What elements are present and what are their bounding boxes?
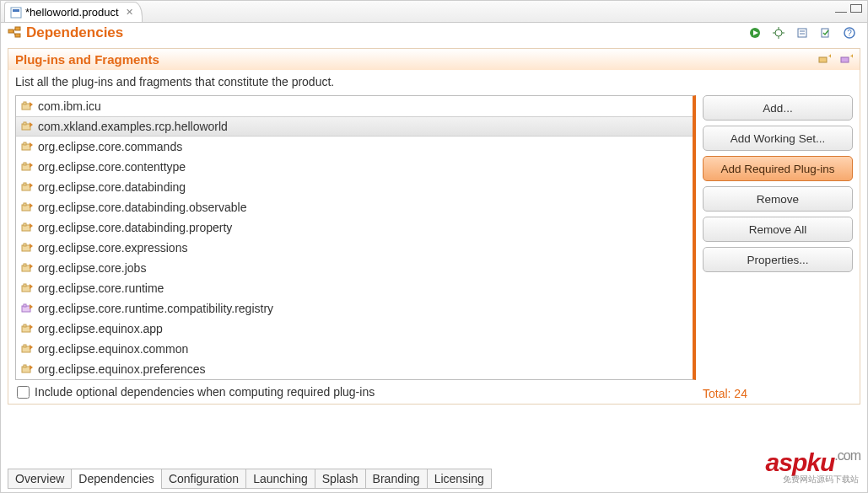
plugin-icon: [21, 323, 33, 335]
svg-rect-22: [841, 57, 849, 62]
add-working-set-button[interactable]: Add Working Set...: [703, 126, 853, 151]
plugin-name: org.eclipse.core.runtime: [38, 281, 164, 295]
list-item[interactable]: org.eclipse.equinox.common: [16, 339, 693, 359]
svg-text:?: ?: [847, 29, 852, 38]
run-icon[interactable]: [747, 25, 763, 40]
minimize-icon[interactable]: [835, 4, 847, 13]
plugin-icon: [21, 242, 33, 254]
svg-rect-40: [24, 203, 26, 206]
svg-marker-32: [30, 142, 33, 147]
tab-launching[interactable]: Launching: [245, 469, 315, 489]
editor-tab-bar: *helloworld.product ✕: [1, 1, 867, 23]
plugin-name: com.ibm.icu: [38, 99, 101, 113]
list-item[interactable]: com.ibm.icu: [16, 96, 693, 116]
remove-button[interactable]: Remove: [703, 186, 853, 212]
tab-dependencies[interactable]: Dependencies: [71, 469, 162, 489]
svg-rect-0: [11, 8, 21, 18]
panel-title: Plug-ins and Fragments: [15, 52, 159, 67]
plugin-name: org.eclipse.equinox.common: [38, 342, 188, 356]
svg-marker-38: [30, 183, 33, 188]
dependencies-icon: [8, 26, 21, 40]
plugin-name: org.eclipse.core.runtime.compatibility.r…: [38, 302, 273, 315]
svg-marker-44: [30, 223, 33, 228]
watermark-logo: aspku.com: [766, 448, 860, 477]
section-title: Dependencies: [26, 24, 123, 41]
svg-rect-46: [24, 244, 26, 246]
page-tabs: OverviewDependenciesConfigurationLaunchi…: [8, 469, 491, 489]
svg-text:✦: ✦: [828, 53, 831, 61]
svg-marker-29: [30, 122, 33, 127]
plugin-name: org.eclipse.equinox.preferences: [38, 362, 205, 376]
svg-marker-65: [30, 365, 33, 370]
editor-tab-title: *helloworld.product: [25, 6, 119, 19]
tab-overview[interactable]: Overview: [8, 469, 72, 489]
plugin-icon: [21, 282, 33, 294]
plugin-icon: [21, 201, 33, 213]
total-label: Total: 24: [703, 385, 853, 400]
svg-marker-35: [30, 163, 33, 168]
editor-tab[interactable]: *helloworld.product ✕: [4, 2, 143, 22]
tab-configuration[interactable]: Configuration: [161, 469, 246, 489]
properties-button[interactable]: Properties...: [703, 247, 853, 272]
svg-marker-59: [30, 324, 33, 330]
svg-rect-28: [24, 122, 26, 125]
plugin-icon: [21, 262, 33, 274]
plugin-icon: [21, 181, 33, 193]
tab-branding[interactable]: Branding: [365, 469, 428, 489]
svg-rect-1: [13, 9, 19, 12]
debug-icon[interactable]: [771, 25, 786, 40]
svg-rect-49: [24, 264, 26, 266]
list-item[interactable]: org.eclipse.core.databinding.property: [16, 217, 693, 238]
svg-rect-3: [15, 27, 20, 30]
add-fragment-icon[interactable]: ✦: [839, 53, 853, 67]
tab-licensing[interactable]: Licensing: [427, 469, 492, 489]
add-plugin-icon[interactable]: ✦: [817, 53, 831, 67]
add-required-button[interactable]: Add Required Plug-ins: [703, 156, 853, 181]
svg-rect-34: [24, 163, 26, 165]
close-icon[interactable]: ✕: [126, 7, 133, 18]
tab-splash[interactable]: Splash: [315, 469, 366, 489]
export-icon[interactable]: [795, 25, 810, 40]
svg-marker-26: [30, 102, 33, 107]
plugin-list[interactable]: com.ibm.icucom.xkland.examples.rcp.hello…: [15, 95, 696, 380]
window-controls: [835, 4, 862, 13]
svg-marker-47: [30, 244, 33, 249]
plugin-name: com.xkland.examples.rcp.helloworld: [38, 120, 228, 133]
fragment-icon: [21, 303, 33, 314]
plugin-icon: [21, 222, 33, 233]
list-item[interactable]: org.eclipse.core.databinding: [16, 177, 693, 197]
svg-marker-62: [30, 345, 33, 350]
plugin-name: org.eclipse.core.databinding.observable: [38, 201, 247, 214]
svg-marker-50: [30, 264, 33, 269]
help-icon[interactable]: ?: [842, 25, 857, 40]
list-item[interactable]: org.eclipse.equinox.app: [16, 319, 693, 339]
content-panel: Plug-ins and Fragments ✦ ✦ List all the …: [8, 48, 860, 405]
list-item[interactable]: org.eclipse.core.runtime.compatibility.r…: [16, 298, 693, 319]
plugin-name: org.eclipse.core.expressions: [38, 241, 187, 255]
remove-all-button[interactable]: Remove All: [703, 217, 853, 242]
list-item[interactable]: org.eclipse.core.contenttype: [16, 157, 693, 177]
list-item[interactable]: org.eclipse.core.databinding.observable: [16, 197, 693, 217]
svg-rect-4: [15, 34, 20, 37]
svg-rect-64: [24, 365, 26, 367]
include-optional-label[interactable]: Include optional dependencies when compu…: [35, 385, 375, 399]
list-item[interactable]: org.eclipse.equinox.preferences: [16, 359, 693, 379]
svg-marker-41: [30, 203, 33, 208]
add-button[interactable]: Add...: [703, 95, 853, 121]
svg-rect-31: [24, 142, 26, 145]
list-item[interactable]: org.eclipse.core.commands: [16, 137, 693, 157]
svg-rect-58: [24, 324, 26, 327]
include-optional-checkbox[interactable]: [17, 386, 30, 399]
validate-icon[interactable]: [818, 25, 833, 40]
list-item[interactable]: org.eclipse.core.expressions: [16, 238, 693, 258]
list-item[interactable]: org.eclipse.core.jobs: [16, 258, 693, 278]
panel-description: List all the plug-ins and fragments that…: [8, 70, 860, 95]
maximize-icon[interactable]: [850, 4, 862, 13]
list-item[interactable]: com.xkland.examples.rcp.helloworld: [16, 116, 693, 137]
svg-rect-17: [822, 29, 828, 37]
plugin-icon: [21, 100, 33, 112]
list-item[interactable]: org.eclipse.core.runtime: [16, 278, 693, 298]
svg-rect-37: [24, 183, 26, 185]
svg-rect-61: [24, 345, 26, 347]
plugin-icon: [21, 343, 33, 355]
